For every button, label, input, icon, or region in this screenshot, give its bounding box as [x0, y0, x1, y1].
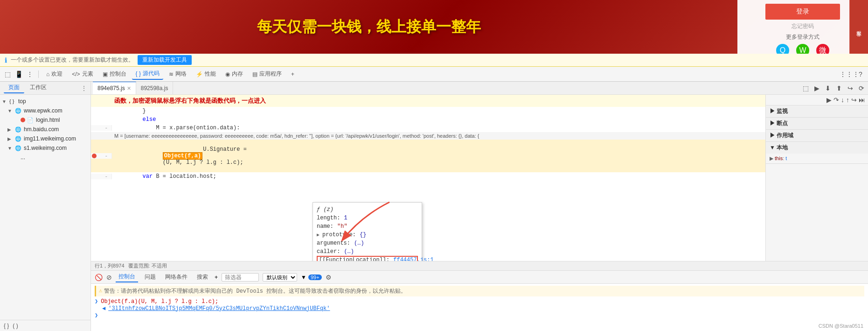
console-tab-issues[interactable]: 问题 [142, 272, 159, 282]
tree-label-baidu: hm.baidu.com [24, 126, 59, 133]
tab-console[interactable]: ▣ 控制台 [99, 69, 130, 79]
divider-1 [38, 70, 39, 78]
tab-memory[interactable]: ◉ 内存 [222, 69, 247, 79]
line-content-3: M = x.parse(ontion.data): [112, 125, 765, 131]
tree-label-login: login.html [36, 117, 60, 123]
code-line-5: - var B = location.host; [91, 172, 765, 181]
breakpoints-header[interactable]: ▶ 断点 [766, 118, 868, 129]
panel-tab-workspace[interactable]: 工作区 [25, 83, 51, 93]
debug-icon-1[interactable]: ▶ [826, 96, 832, 104]
login-button[interactable]: 登录 [765, 4, 840, 20]
tab-plus[interactable]: + [287, 70, 298, 79]
reload-devtools-button[interactable]: 重新加载开发工具 [138, 55, 192, 65]
this-icon[interactable]: ▶ [770, 155, 773, 161]
panel-tab-page[interactable]: 页面 [4, 83, 24, 93]
social-icons: Q W 微 [776, 44, 829, 54]
tab-performance[interactable]: ⚡ 性能 [192, 69, 220, 79]
dots-icon[interactable]: ⋮ [25, 70, 35, 79]
tab-welcome[interactable]: ⌂ 欢迎 [42, 69, 66, 79]
scope-header[interactable]: ▶ 作用域 [766, 130, 868, 141]
tab-application[interactable]: ▤ 应用程序 [249, 69, 285, 79]
debug-icon-6[interactable]: ⏭ [859, 96, 865, 104]
tree-item-s1[interactable]: ▼ 🌐 s1.weikeimg.com [0, 143, 90, 153]
format-icon[interactable]: { } [4, 323, 9, 329]
code-action-icon-5[interactable]: ↪ [846, 84, 855, 93]
code-action-icon-2[interactable]: ▶ [812, 84, 821, 93]
tab-elements[interactable]: </> 元素 [68, 69, 97, 79]
code-tab-894[interactable]: 894e875.js ✕ [93, 82, 136, 94]
tree-item-img11[interactable]: ▶ 🌐 img11.weikeimg.com [0, 134, 90, 143]
forget-password-link[interactable]: 忘记密码 [792, 22, 814, 30]
tree-icon-login: 📄 [27, 117, 35, 123]
tree-label-more: ... [21, 154, 25, 161]
sources-icon: { } [136, 70, 141, 77]
open-bracket-icon[interactable]: ( ) [13, 323, 18, 329]
local-scope-body: ▶ this: t [766, 154, 868, 163]
code-action-icon-4[interactable]: ⬆ [834, 84, 844, 93]
wechat-icon[interactable]: W [796, 44, 809, 54]
tree-item-epwk[interactable]: ▼ 🌐 www.epwk.com [0, 106, 90, 115]
sidebar-menu-icon[interactable]: ⋮ [81, 85, 87, 92]
console-tab-network[interactable]: 网络条件 [162, 272, 190, 282]
code-tab-close-894[interactable]: ✕ [127, 85, 131, 92]
inspect-icon[interactable]: ⬚ [3, 70, 12, 79]
tooltip-prototype[interactable]: ▶ prototype: {} [317, 231, 418, 239]
performance-label: 性能 [205, 70, 216, 78]
customer-service[interactable]: 客服 [849, 0, 868, 54]
code-action-icon-6[interactable]: ⟳ [857, 84, 866, 93]
watch-header[interactable]: ▶ 监视 [766, 106, 868, 117]
scope-this-item: ▶ this: t [770, 155, 787, 162]
device-icon[interactable]: 📱 [14, 70, 23, 79]
code-action-icon-3[interactable]: ⬇ [823, 84, 833, 93]
tree-item-baidu[interactable]: ▶ 🌐 hm.baidu.com [0, 125, 90, 134]
debug-icon-2[interactable]: ↷ [833, 96, 839, 104]
tab-network[interactable]: ≋ 网络 [165, 69, 190, 79]
console-icon: ▣ [103, 71, 108, 77]
highlighted-function: Object(f,a) [163, 152, 202, 160]
console-cursor-line[interactable]: ❯ [95, 312, 864, 319]
tree-arrow-s1: ▼ [7, 146, 15, 151]
qq-icon[interactable]: Q [776, 44, 789, 54]
status-line-col: 行1，列8974 [95, 262, 125, 269]
console-clear-icon[interactable]: 🚫 [95, 274, 103, 281]
breakpoints-section: ▶ 断点 [766, 118, 868, 130]
code-tab-label-892: 892598a.js [141, 85, 168, 92]
weibo-icon[interactable]: 微 [816, 44, 829, 54]
console-filter-icon[interactable]: ⊘ [106, 274, 112, 281]
console-toolbar: 🚫 ⊘ 控制台 问题 网络条件 搜索 + 默认级别 ▼ 99+ ⚙ [91, 271, 868, 284]
debug-icon-4[interactable]: ↑ [846, 96, 849, 104]
tree-arrow-top: ▼ [2, 99, 9, 104]
line-num-5: - [91, 174, 112, 179]
console-output-text[interactable]: '3lItnhfzowC1LBNoITSjp5MMqEMFq0/5yzC3sMU… [108, 305, 330, 312]
watermark: CSDN @Stara0511 [819, 323, 863, 329]
code-status-bar: 行1，列8974 覆盖范围: 不适用 [91, 261, 868, 270]
more-options-icon[interactable]: ⋮⋮⋮ [845, 70, 854, 79]
more-login-link[interactable]: 更多登录方式 [786, 33, 819, 41]
debug-icon-5[interactable]: ↪ [851, 96, 857, 104]
console-tab-console[interactable]: 控制台 [116, 272, 138, 282]
console-filter-input[interactable] [222, 273, 259, 282]
local-scope-header[interactable]: ▼ 本地 [766, 142, 868, 154]
function-location-link[interactable]: ff44457.js:1 [393, 257, 433, 261]
tree-item-more[interactable]: ▶ ... [0, 153, 90, 162]
console-tab-search[interactable]: 搜索 [194, 272, 211, 282]
console-tab-add[interactable]: + [215, 274, 218, 281]
debug-icon-3[interactable]: ↓ [841, 96, 844, 104]
inline-data-line: M = [username: eeeeeeeeeeeeeeee, passwor… [91, 132, 765, 140]
tree-item-login[interactable]: ▶ 📄 login.html [0, 115, 90, 125]
tooltip-title: ƒ (z) [317, 206, 333, 213]
code-tab-892[interactable]: 892598a.js [136, 82, 174, 94]
tooltip-arrow-prototype: ▶ [317, 232, 319, 238]
warning-text: 警告：请勿将代码粘贴到你不理解或尚未审阅自己的 DevTools 控制台。这可能… [104, 287, 406, 295]
console-settings-icon[interactable]: ⚙ [326, 274, 332, 281]
line-num-3: - [91, 125, 112, 131]
help-icon[interactable]: ? [856, 70, 865, 79]
tooltip-function-location[interactable]: [[FunctionLocation]]: ff44457.js:1 [317, 256, 418, 261]
console-level-select[interactable]: 默认级别 [263, 273, 297, 282]
tree-item-top[interactable]: ▼ { } top [0, 97, 90, 106]
code-action-icon-1[interactable]: ⬚ [801, 84, 811, 93]
tooltip-caller: caller: (…) [317, 247, 418, 256]
tab-sources[interactable]: { } 源代码 [132, 68, 163, 80]
tooltip-popup: ƒ (z) length: 1 name: "h" ▶ prototype: [312, 202, 422, 261]
line-content-2: else [112, 116, 765, 123]
